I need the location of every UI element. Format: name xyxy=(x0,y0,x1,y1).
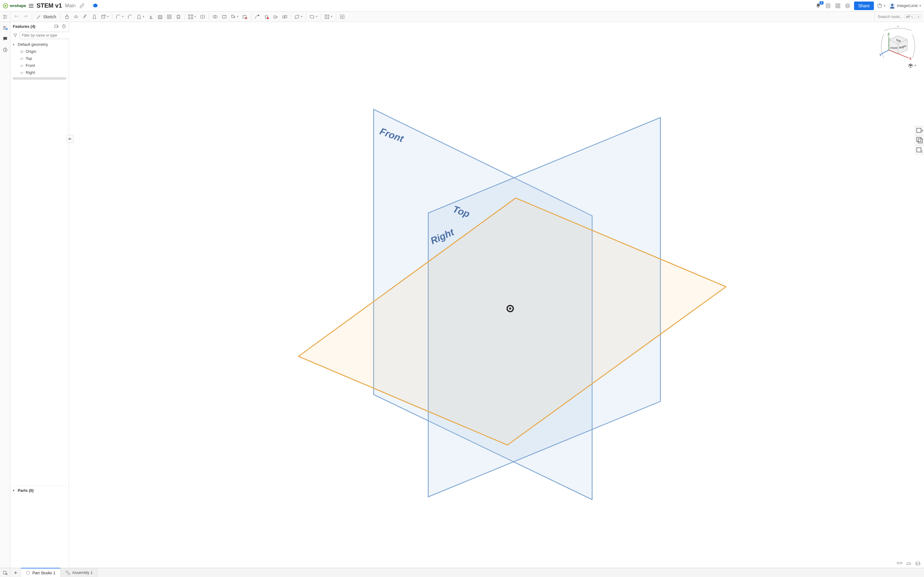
notification-badge: 2 xyxy=(819,1,824,5)
app-store-button[interactable] xyxy=(835,2,841,9)
tab-manager-button[interactable] xyxy=(0,568,10,577)
mass-button[interactable] xyxy=(915,560,921,566)
svg-point-20 xyxy=(168,16,170,18)
comments-button[interactable] xyxy=(1,35,9,43)
sketch-label: Sketch xyxy=(43,15,56,19)
parts-header[interactable]: ▾ Parts (0) xyxy=(10,486,69,495)
default-geometry-node[interactable]: ▾ Default geometry xyxy=(10,41,69,48)
boolean-button[interactable] xyxy=(211,13,220,21)
add-tab-button[interactable] xyxy=(10,568,21,577)
delete-face-button[interactable] xyxy=(241,13,249,21)
svg-rect-56 xyxy=(897,562,902,564)
copy-link-button[interactable] xyxy=(79,3,84,8)
front-plane-node[interactable]: ▱ Front xyxy=(10,62,69,69)
rotate-arrow-top[interactable] xyxy=(884,28,912,31)
shell-button[interactable] xyxy=(156,13,165,21)
rollback-bar[interactable] xyxy=(13,77,66,80)
rotate-arrow-right[interactable] xyxy=(913,34,915,58)
canvas-svg: Front Top Right xyxy=(69,22,924,568)
feature-filter-input[interactable] xyxy=(19,32,70,39)
feature-panel: Features (4) ▾ Default geometry ⊙ Origin… xyxy=(10,22,69,568)
thread-button[interactable] xyxy=(174,13,183,21)
replace-face-button[interactable] xyxy=(281,13,289,21)
add-feature-button[interactable] xyxy=(1,24,9,32)
plane-icon: ▱ xyxy=(19,56,24,61)
svg-rect-19 xyxy=(168,15,171,19)
loft-button[interactable] xyxy=(90,13,99,21)
notifications-button[interactable]: 2 xyxy=(815,2,822,9)
select-body-icon xyxy=(915,126,924,135)
svg-rect-42 xyxy=(55,25,57,27)
brand-logo[interactable]: onshape xyxy=(2,3,26,9)
share-button[interactable]: Share xyxy=(854,2,874,10)
selection-tool-2[interactable] xyxy=(915,135,924,145)
sheet-metal-button[interactable]: ▼ xyxy=(308,13,319,21)
bom-button[interactable] xyxy=(825,2,832,9)
origin-node[interactable]: ⊙ Origin xyxy=(10,48,69,55)
filter-icon-button[interactable] xyxy=(13,33,18,38)
help-icon xyxy=(877,3,882,8)
svg-rect-54 xyxy=(917,148,921,152)
svg-rect-61 xyxy=(68,573,69,574)
document-title[interactable]: STEM v1 xyxy=(36,2,62,9)
selection-tool-1[interactable] xyxy=(915,126,924,135)
rib-button[interactable] xyxy=(147,13,155,21)
extrude-button[interactable] xyxy=(63,13,71,21)
split-button[interactable] xyxy=(220,13,229,21)
thicken-icon xyxy=(100,14,106,19)
plane-icon xyxy=(294,14,300,19)
plane-button[interactable]: ▼ xyxy=(293,13,304,21)
help-dropdown[interactable]: ▼ xyxy=(877,3,886,8)
right-tool-rail: ) xyxy=(915,126,924,155)
brand-text: onshape xyxy=(10,3,26,8)
undo-button[interactable] xyxy=(12,13,21,21)
tab-assembly[interactable]: Assembly 1 xyxy=(60,568,98,577)
top-plane-geom[interactable] xyxy=(299,198,726,445)
rollback-button[interactable] xyxy=(61,24,66,29)
fillet-button[interactable]: ▼ xyxy=(114,13,125,21)
history-button[interactable] xyxy=(1,46,9,54)
boolean-icon xyxy=(212,14,218,19)
view-menu-button[interactable]: ▼ xyxy=(908,63,917,68)
learning-center-button[interactable] xyxy=(92,3,99,9)
transform-button[interactable]: ▼ xyxy=(229,13,240,21)
add-custom-feature-button[interactable] xyxy=(54,24,59,29)
delete-part-button[interactable] xyxy=(262,13,271,21)
axis-z-label: Z xyxy=(888,33,890,36)
selection-tool-3[interactable]: ) xyxy=(915,145,924,155)
pattern-button[interactable]: ▼ xyxy=(187,13,198,21)
document-menu-button[interactable] xyxy=(28,2,34,9)
revolve-button[interactable] xyxy=(72,13,80,21)
sweep-button[interactable] xyxy=(81,13,89,21)
frame-button[interactable]: ▼ xyxy=(323,13,334,21)
mirror-button[interactable] xyxy=(198,13,207,21)
document-branch[interactable]: Main xyxy=(65,3,76,8)
rotate-arrow-left[interactable] xyxy=(881,34,884,58)
chevron-down-icon: ▼ xyxy=(919,4,922,7)
thicken-button[interactable]: ▼ xyxy=(99,13,110,21)
right-plane-node[interactable]: ▱ Right xyxy=(10,69,69,76)
rib-icon xyxy=(148,14,154,19)
move-face-button[interactable] xyxy=(271,13,280,21)
default-geometry-label: Default geometry xyxy=(18,42,48,47)
insert-button[interactable] xyxy=(338,13,347,21)
feedback-button[interactable] xyxy=(844,2,851,9)
tab-part-studio[interactable]: Part Studio 1 xyxy=(21,568,60,577)
precision-button[interactable] xyxy=(906,560,912,566)
search-tools-button[interactable]: Search tools... alt/⌥ c xyxy=(874,11,924,22)
chamfer-button[interactable] xyxy=(126,13,134,21)
hole-button[interactable] xyxy=(165,13,174,21)
chevron-down-icon: ▼ xyxy=(883,4,886,7)
user-menu[interactable]: IntegerLimit ▼ xyxy=(889,2,922,9)
units-button[interactable] xyxy=(897,560,903,566)
top-plane-node[interactable]: ▱ Top xyxy=(10,55,69,62)
sketch-button[interactable]: Sketch xyxy=(34,13,59,21)
draft-button[interactable]: ▼ xyxy=(135,13,146,21)
panel-collapse-button[interactable] xyxy=(66,135,73,143)
redo-button[interactable] xyxy=(21,13,30,21)
modify-fillet-button[interactable] xyxy=(253,13,262,21)
viewport[interactable]: Front Top Right Top Front Right xyxy=(69,22,924,568)
configure-panel-toggle[interactable] xyxy=(0,11,10,22)
view-cube[interactable]: Top Front Right Z Y X xyxy=(878,25,918,65)
svg-rect-51 xyxy=(917,128,921,132)
